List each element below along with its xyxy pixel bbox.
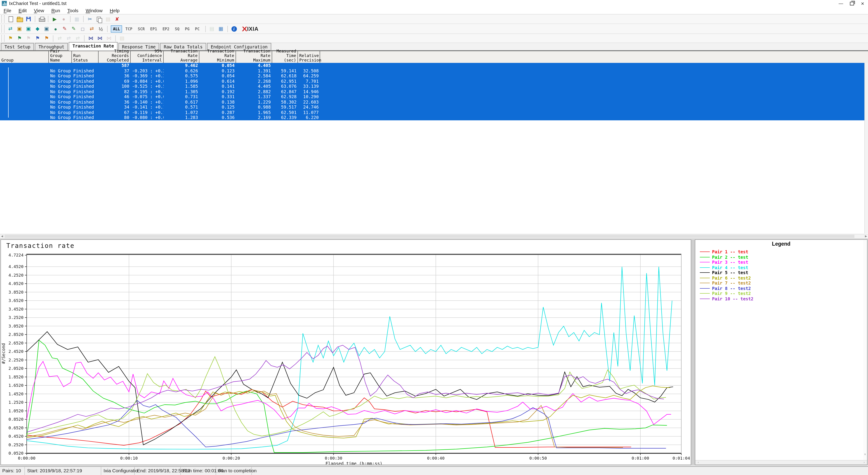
table-horizontal-scrollbar[interactable]: ◀ ▶ (0, 234, 868, 239)
filter-pg[interactable]: PG (183, 25, 192, 32)
toolbar-grip[interactable] (1, 25, 4, 33)
svg-text:1.6520: 1.6520 (8, 383, 24, 388)
legend-line-sample (700, 272, 710, 273)
table-row-pair-2[interactable]: Pair 2No GroupFinished36-0.369 : +0.3690… (0, 73, 864, 79)
legend-scroll-right-icon[interactable]: › (862, 461, 866, 465)
menu-file[interactable]: File (0, 7, 15, 14)
legend-title: Legend (695, 241, 867, 246)
renumber-pairs-icon[interactable]: ½ (97, 25, 105, 33)
add-hardware-pair-icon[interactable]: ▣ (43, 25, 51, 33)
edit-run-config-icon[interactable]: ⚑ (16, 34, 23, 42)
tree-line (8, 67, 8, 117)
column-header-time-sec[interactable]: MeasuredTime (sec) (272, 51, 298, 63)
run-test-icon[interactable]: ▶ (51, 15, 59, 23)
column-header-maximum[interactable]: Transaction RateMaximum (236, 51, 272, 63)
export-results-icon[interactable]: ▦ (217, 25, 225, 33)
add-video-pair-icon[interactable]: ▣ (25, 25, 32, 33)
menu-edit[interactable]: Edit (15, 7, 30, 14)
menu-window[interactable]: Window (82, 7, 106, 14)
scroll-thumb[interactable] (4, 235, 855, 238)
filter-all[interactable]: ALL (111, 25, 122, 32)
restore-button[interactable] (846, 0, 857, 7)
filter-tcp[interactable]: TCP (123, 25, 135, 32)
report-view-icon: ▤ (208, 25, 216, 33)
table-row-pair-7[interactable]: Pair 7No GroupFinished36-0.140 : +0.1400… (0, 99, 864, 105)
menu-tools[interactable]: Tools (64, 7, 82, 14)
column-header-minimum[interactable]: Transaction RateMinimum (199, 51, 236, 63)
cut-icon[interactable]: ✂ (86, 15, 94, 23)
close-button[interactable]: × (857, 0, 868, 7)
toolbar-grip[interactable] (1, 16, 4, 23)
group-pairs-icon[interactable]: ⋈ (96, 34, 104, 42)
svg-text:4.7224: 4.7224 (8, 253, 24, 258)
table-row-pair-6[interactable]: Pair 6No GroupFinished46-0.075 : +0.0750… (0, 94, 864, 99)
column-header-name[interactable]: Pair GroupName (49, 51, 72, 63)
table-vertical-scrollbar[interactable] (864, 63, 868, 233)
legend-scroll-down-icon[interactable]: ∨ (863, 452, 867, 456)
legend-item-pair-1: Pair 1 -- test (700, 249, 753, 255)
column-header-completed[interactable]: Timing RecordsCompleted (98, 51, 131, 63)
status-bar: Pairs: 10Start: 2019/9/18, 22:57:19Ixia … (0, 467, 868, 475)
filter-ep2[interactable]: EP2 (160, 25, 172, 32)
toolbar-grip[interactable] (1, 35, 4, 41)
info-icon[interactable]: i (230, 25, 238, 33)
new-run-config-icon[interactable]: ⚑ (6, 34, 14, 42)
edit-run-options-icon[interactable]: ✎ (61, 25, 68, 33)
save-file-icon[interactable] (25, 15, 32, 23)
legend-vertical-scrollbar[interactable]: ∨ (863, 240, 867, 461)
all-pairs-row[interactable]: All Pairs5879.4620.0544.405 (0, 63, 864, 68)
filter-sq[interactable]: SQ (173, 25, 182, 32)
print-icon[interactable] (38, 15, 45, 23)
legend-item-pair-7: Pair 7 -- test2 (700, 280, 753, 286)
swap-endpoints-icon[interactable]: ⇄ (88, 25, 96, 33)
table-row-pair-9[interactable]: Pair 9No GroupFinished67-0.119 : +0.1191… (0, 110, 864, 115)
chart-legend-splitter[interactable] (692, 239, 694, 465)
table-row-pair-5[interactable]: Pair 5No GroupFinished82-0.195 : +0.1951… (0, 89, 864, 94)
menu-help[interactable]: Help (106, 7, 123, 14)
column-header-precision[interactable]: RelativePrecision (298, 51, 320, 63)
link-pairs-icon[interactable]: ⋈ (87, 34, 95, 42)
edit-pair-icon[interactable]: ✎ (70, 25, 78, 33)
minimize-button[interactable]: — (835, 0, 846, 7)
svg-text:0:00:20: 0:00:20 (222, 456, 240, 461)
pair-type-filters: ALLTCPSCREP1EP2SQPGPC (110, 25, 202, 32)
toolbar-separator (53, 35, 53, 41)
table-row-pair-3[interactable]: Pair 3No GroupFinished69-0.084 : +0.0841… (0, 79, 864, 84)
view-pair-icon[interactable]: □ (79, 25, 87, 33)
dialup-run-config-icon[interactable]: ⚑ (43, 34, 51, 42)
column-header-run-status[interactable]: Run Status (72, 51, 98, 63)
add-pair-icon[interactable]: ⇄ (6, 25, 14, 33)
delete-icon[interactable]: ✘ (113, 15, 121, 23)
legend-line-sample (700, 267, 710, 268)
open-file-icon[interactable] (16, 15, 23, 23)
add-multicast-group-icon[interactable]: ▣ (16, 25, 23, 33)
svg-text:2.0520: 2.0520 (8, 366, 24, 371)
new-file-icon[interactable] (6, 15, 14, 23)
table-header: GroupPair GroupNameRun StatusTiming Reco… (0, 51, 868, 63)
copy-run-config-icon[interactable]: ⚑ (34, 34, 41, 42)
add-voip-pair-icon[interactable]: ◆ (34, 25, 41, 33)
menu-view[interactable]: View (30, 7, 48, 14)
toolbar-separator (205, 26, 206, 32)
filter-pc[interactable]: PC (193, 25, 202, 32)
column-header-group[interactable]: Group (0, 51, 49, 63)
tab-test-setup[interactable]: Test Setup (1, 43, 34, 50)
ungroup-pairs-icon: ⋈ (105, 34, 113, 42)
result-tabs: Test SetupThroughputTransaction RateResp… (0, 43, 868, 51)
add-ipsec-pair-icon[interactable]: ● (52, 25, 59, 33)
table-row-pair-8[interactable]: Pair 8No GroupFinished34-0.141 : +0.1410… (0, 105, 864, 110)
svg-text:2.8520: 2.8520 (8, 332, 24, 337)
filter-scr[interactable]: SCR (135, 25, 147, 32)
scroll-left-icon[interactable]: ◀ (0, 234, 4, 238)
table-row-pair-1[interactable]: Pair 1No GroupFinished37-0.203 : +0.2030… (0, 68, 864, 73)
column-header-interval[interactable]: 95% ConfidenceInterval (131, 51, 164, 63)
column-header-average[interactable]: Transaction RateAverage (164, 51, 199, 63)
menu-run[interactable]: Run (48, 7, 64, 14)
table-row-pair-10[interactable]: Pair 10No GroupFinished80-0.080 : +0.080… (0, 115, 864, 120)
filter-ep1[interactable]: EP1 (148, 25, 159, 32)
legend-horizontal-scrollbar[interactable]: ‹ › (695, 460, 867, 465)
table-row-pair-4[interactable]: Pair 4No GroupFinished100-0.525 : +0.525… (0, 84, 864, 89)
legend-scroll-left-icon[interactable]: ‹ (696, 461, 700, 465)
copy-icon[interactable] (95, 15, 103, 23)
scroll-right-icon[interactable]: ▶ (864, 234, 868, 238)
